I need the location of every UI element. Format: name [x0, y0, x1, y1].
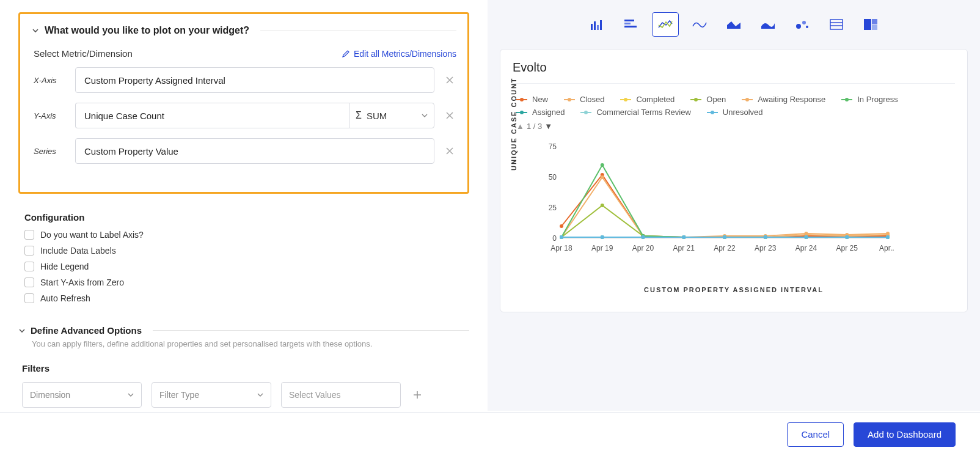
select-metric-label: Select Metric/Dimension	[34, 48, 133, 59]
y-axis-input[interactable]: Unique Case Count	[75, 103, 349, 128]
legend-label: Open	[706, 95, 726, 104]
checkbox-icon[interactable]	[24, 278, 34, 287]
svg-point-30	[560, 224, 563, 228]
legend-pager: ▲ 1 / 3 ▼	[513, 122, 955, 131]
svg-text:25: 25	[549, 204, 557, 212]
checkbox-icon[interactable]	[24, 262, 34, 271]
svg-point-107	[764, 235, 767, 239]
edit-metrics-link[interactable]: Edit all Metrics/Dimensions	[342, 49, 456, 59]
svg-point-104	[642, 235, 645, 239]
config-option[interactable]: Hide Legend	[24, 262, 463, 271]
checkbox-icon[interactable]	[24, 230, 34, 240]
checkbox-icon[interactable]	[24, 246, 34, 256]
add-filter-button[interactable]	[411, 388, 424, 402]
filters-title: Filters	[18, 363, 469, 373]
legend-item[interactable]: Commercial Terms Review	[580, 108, 690, 117]
legend-item[interactable]: Assigned	[516, 108, 565, 117]
legend-item[interactable]: Unresolved	[707, 108, 763, 117]
svg-point-110	[886, 235, 890, 239]
chart-type-bubble[interactable]	[789, 12, 816, 37]
svg-rect-3	[600, 20, 602, 30]
svg-text:Apr 24: Apr 24	[795, 244, 817, 252]
chart-title: Evolto	[513, 61, 955, 84]
legend-label: New	[532, 95, 548, 104]
svg-rect-4	[624, 20, 634, 21]
config-option[interactable]: Auto Refresh	[24, 293, 463, 303]
legend-item[interactable]: Completed	[620, 95, 675, 104]
config-panel: What would you like to plot on your widg…	[0, 0, 488, 411]
chart-type-treemap[interactable]	[857, 12, 884, 37]
svg-point-109	[845, 235, 849, 239]
svg-point-106	[723, 235, 726, 239]
chart-type-spline[interactable]	[686, 12, 713, 37]
clear-x-axis-icon[interactable]	[443, 73, 456, 87]
filter-dimension-select[interactable]: Dimension	[22, 382, 142, 408]
filter-type-select[interactable]: Filter Type	[152, 382, 271, 408]
svg-text:50: 50	[549, 173, 557, 182]
config-option[interactable]: Include Data Labels	[24, 246, 463, 256]
legend-label: Awaiting Response	[758, 95, 825, 104]
filter-values-input[interactable]: Select Values	[281, 382, 401, 408]
config-option[interactable]: Do you want to Label Axis?	[24, 230, 463, 240]
clear-y-axis-icon[interactable]	[443, 109, 456, 122]
legend-item[interactable]: Awaiting Response	[742, 95, 825, 104]
series-label: Series	[34, 147, 67, 156]
svg-point-76	[601, 163, 604, 167]
plot-section-title: What would you like to plot on your widg…	[45, 25, 249, 36]
legend-item[interactable]: New	[516, 95, 548, 104]
y-axis-label: UNIQUE CASE COUNT	[510, 77, 517, 171]
clear-series-icon[interactable]	[443, 144, 456, 158]
svg-point-8	[802, 21, 806, 24]
legend-item[interactable]: Closed	[564, 95, 604, 104]
chart-type-toolbar	[500, 12, 968, 37]
config-option-label: Auto Refresh	[40, 293, 90, 303]
config-option[interactable]: Start Y-Axis from Zero	[24, 278, 463, 287]
x-axis-input[interactable]: Custom Property Assigned Interval	[75, 67, 434, 93]
footer-actions: Cancel Add to Dashboard	[0, 412, 980, 456]
legend-item[interactable]: Open	[690, 95, 726, 104]
x-axis-label: CUSTOM PROPERTY ASSIGNED INTERVAL	[513, 286, 955, 293]
svg-point-108	[805, 235, 808, 239]
svg-point-58	[601, 204, 604, 207]
checkbox-icon[interactable]	[24, 293, 34, 303]
legend-label: Commercial Terms Review	[596, 108, 690, 117]
legend-marker-icon	[620, 98, 631, 101]
add-to-dashboard-button[interactable]: Add to Dashboard	[854, 422, 956, 447]
chevron-down-icon	[128, 392, 134, 398]
legend-item[interactable]: In Progress	[841, 95, 898, 104]
pager-text: 1 / 3	[527, 122, 542, 131]
pager-next-icon[interactable]: ▼	[544, 122, 552, 131]
chart-type-area-spline[interactable]	[755, 12, 781, 37]
chart-type-line[interactable]	[652, 12, 679, 37]
config-option-label: Start Y-Axis from Zero	[40, 278, 124, 287]
legend-label: In Progress	[857, 95, 898, 104]
divider	[260, 31, 456, 31]
legend-marker-icon	[742, 98, 753, 101]
legend-label: Completed	[636, 95, 675, 104]
legend-label: Closed	[580, 95, 604, 104]
chevron-down-icon[interactable]	[31, 26, 40, 35]
svg-rect-13	[864, 19, 871, 30]
svg-rect-10	[830, 20, 843, 29]
svg-rect-14	[872, 19, 877, 24]
chart-type-bar-vertical[interactable]	[583, 12, 610, 37]
svg-text:Apr 18: Apr 18	[550, 244, 572, 252]
svg-text:Apr 19: Apr 19	[591, 244, 613, 252]
svg-text:Apr 23: Apr 23	[755, 244, 777, 252]
chart-type-bar-horizontal[interactable]	[618, 12, 645, 37]
legend-label: Assigned	[532, 108, 565, 117]
chevron-down-icon[interactable]	[18, 327, 26, 334]
chart-type-area[interactable]	[720, 12, 747, 37]
chevron-down-icon	[422, 112, 428, 119]
svg-text:Apr 21: Apr 21	[673, 244, 695, 252]
chart-preview-card: Evolto NewClosedCompletedOpenAwaiting Re…	[500, 49, 968, 312]
svg-rect-1	[594, 21, 596, 30]
cancel-button[interactable]: Cancel	[787, 422, 844, 447]
legend-marker-icon	[707, 111, 718, 114]
aggregation-select[interactable]: Σ SUM	[349, 103, 434, 128]
series-input[interactable]: Custom Property Value	[75, 138, 434, 164]
chart-type-table[interactable]	[823, 12, 850, 37]
svg-rect-15	[872, 25, 877, 30]
svg-text:Apr...: Apr...	[879, 244, 894, 252]
svg-rect-0	[591, 24, 593, 30]
